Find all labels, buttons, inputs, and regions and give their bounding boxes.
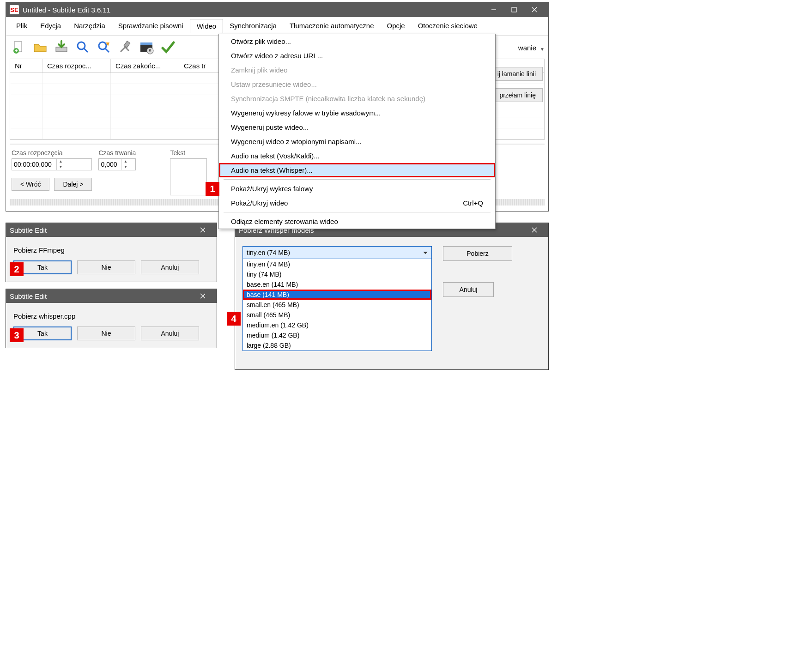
menubar: Plik Edycja Narzędzia Sprawdzanie pisown… — [6, 17, 548, 36]
dialog-title: Subtitle Edit — [10, 292, 47, 300]
menu-item[interactable]: Audio na tekst (Whisper)... — [219, 163, 495, 177]
start-time-label: Czas rozpoczęcia — [12, 149, 92, 157]
tool-open-button[interactable] — [31, 38, 49, 56]
no-button[interactable]: Nie — [77, 326, 135, 340]
text-label: Tekst — [170, 149, 207, 157]
svg-point-9 — [78, 42, 85, 49]
cancel-button[interactable]: Anuluj — [141, 260, 199, 274]
menu-item: Synchronizacja SMPTE (niecałkowita liczb… — [219, 91, 495, 106]
callout-1: 1 — [206, 182, 219, 196]
svg-line-10 — [84, 48, 88, 52]
menu-item[interactable]: Pokaż/Ukryj wykres falowy — [219, 181, 495, 196]
minimize-button[interactable] — [484, 2, 504, 17]
menu-item[interactable]: Wygeneruj wykresy falowe w trybie wsadow… — [219, 106, 495, 120]
cancel-button[interactable]: Anuluj — [141, 326, 199, 340]
menu-item[interactable]: Otwórz wideo z adresu URL... — [219, 48, 495, 63]
menu-plik[interactable]: Plik — [10, 19, 34, 33]
menu-item[interactable]: Audio na tekst (Vosk/Kaldi)... — [219, 149, 495, 163]
close-button[interactable] — [524, 223, 545, 237]
app-icon: SE — [10, 5, 19, 14]
spin-down-icon[interactable]: ▼ — [57, 164, 65, 170]
menu-item[interactable]: Otwórz plik wideo... — [219, 34, 495, 48]
model-combobox[interactable]: tiny.en (74 MB) tiny.en (74 MB)tiny (74 … — [242, 246, 432, 351]
col-end[interactable]: Czas zakońc... — [111, 59, 179, 73]
window-title: Untitled - Subtitle Edit 3.6.11 — [23, 6, 110, 14]
col-dur[interactable]: Czas tr — [179, 59, 221, 73]
combobox-option[interactable]: small.en (465 MB) — [243, 300, 431, 310]
next-button[interactable]: Dalej > — [54, 178, 92, 191]
dropdown-arrow-icon[interactable]: ▼ — [540, 47, 545, 52]
col-nr[interactable]: Nr — [10, 59, 42, 73]
download-button[interactable]: Pobierz — [443, 246, 512, 261]
combobox-option[interactable]: base (141 MB) — [243, 290, 431, 300]
combobox-option[interactable]: tiny.en (74 MB) — [243, 259, 431, 269]
callout-2: 2 — [10, 262, 24, 276]
text-input[interactable] — [170, 158, 207, 195]
main-window: SE Untitled - Subtitle Edit 3.6.11 Plik … — [6, 2, 549, 212]
duration-spinner[interactable]: ▲▼ — [98, 158, 136, 170]
cancel-button[interactable]: Anuluj — [443, 282, 494, 297]
svg-text:5: 5 — [149, 48, 151, 53]
combobox-dropdown: tiny.en (74 MB)tiny (74 MB)base.en (141 … — [242, 259, 432, 351]
unbreak-button[interactable]: przełam linię — [492, 88, 543, 102]
back-button[interactable]: < Wróć — [12, 178, 49, 191]
tool-settings-button[interactable] — [116, 38, 134, 56]
menu-narzedzia[interactable]: Narzędzia — [67, 19, 112, 33]
combobox-option[interactable]: large (2.88 GB) — [243, 340, 431, 351]
video-menu-popup: Otwórz plik wideo...Otwórz wideo z adres… — [218, 34, 496, 229]
callout-3: 3 — [10, 328, 24, 342]
combobox-option[interactable]: medium (1.42 GB) — [243, 330, 431, 340]
close-button[interactable] — [524, 2, 545, 17]
combobox-selected[interactable]: tiny.en (74 MB) — [242, 246, 432, 259]
start-time-spinner[interactable]: ▲▼ — [12, 158, 92, 170]
tool-video-button[interactable]: 5 — [137, 38, 156, 56]
duration-label: Czas trwania — [98, 149, 136, 157]
ffmpeg-dialog: Subtitle Edit Pobierz FFmpeg Tak Nie Anu… — [6, 223, 217, 282]
menu-tlumaczenie[interactable]: Tłumaczenie automatyczne — [283, 19, 381, 33]
menu-edycja[interactable]: Edycja — [34, 19, 67, 33]
close-button[interactable] — [193, 223, 213, 237]
combobox-option[interactable]: base.en (141 MB) — [243, 279, 431, 290]
toolbar-overflow-text: wanie — [518, 44, 536, 52]
dialog-title: Subtitle Edit — [10, 226, 47, 234]
spin-up-icon[interactable]: ▲ — [57, 159, 65, 164]
svg-point-11 — [99, 42, 106, 49]
titlebar: SE Untitled - Subtitle Edit 3.6.11 — [6, 2, 548, 17]
tool-replace-button[interactable] — [95, 38, 113, 56]
combobox-option[interactable]: medium.en (1.42 GB) — [243, 320, 431, 330]
tool-save-button[interactable] — [52, 38, 71, 56]
spin-down-icon[interactable]: ▼ — [121, 164, 129, 170]
dialog-message: Pobierz whisper.cpp — [6, 303, 217, 326]
combobox-option[interactable]: tiny (74 MB) — [243, 269, 431, 279]
col-start[interactable]: Czas rozpoc... — [42, 59, 111, 73]
callout-4: 4 — [227, 312, 241, 326]
duration-input[interactable] — [99, 160, 121, 169]
models-dialog: Pobierz Whisper models tiny.en (74 MB) t… — [235, 223, 549, 370]
tool-spellcheck-button[interactable] — [158, 38, 177, 56]
auto-linebreak-button[interactable]: ij łamanie linii — [491, 67, 543, 81]
menu-item[interactable]: Pokaż/Ukryj wideoCtrl+Q — [219, 196, 495, 210]
combobox-option[interactable]: small (465 MB) — [243, 310, 431, 320]
menu-item[interactable]: Odłącz elementy sterowania wideo — [219, 214, 495, 229]
tool-new-button[interactable] — [10, 38, 28, 56]
whisper-dialog: Subtitle Edit Pobierz whisper.cpp Tak Ni… — [6, 289, 217, 348]
close-button[interactable] — [193, 289, 213, 303]
svg-rect-17 — [140, 42, 152, 45]
menu-otoczenie[interactable]: Otoczenie sieciowe — [412, 19, 484, 33]
no-button[interactable]: Nie — [77, 260, 135, 274]
svg-line-12 — [105, 48, 109, 52]
menu-item: Zamknij plik wideo — [219, 63, 495, 77]
svg-rect-1 — [512, 7, 516, 12]
menu-item[interactable]: Wygeneruj puste wideo... — [219, 120, 495, 134]
menu-sync[interactable]: Synchronizacja — [223, 19, 283, 33]
dialog-message: Pobierz FFmpeg — [6, 237, 217, 260]
maximize-button[interactable] — [504, 2, 524, 17]
menu-item[interactable]: Wygeneruj wideo z wtopionymi napisami... — [219, 134, 495, 149]
start-time-input[interactable] — [12, 160, 56, 169]
menu-wideo[interactable]: Wideo — [190, 19, 224, 33]
spin-up-icon[interactable]: ▲ — [121, 159, 129, 164]
tool-find-button[interactable] — [73, 38, 92, 56]
menu-sprawdzanie[interactable]: Sprawdzanie pisowni — [112, 19, 190, 33]
menu-item: Ustaw przesunięcie wideo... — [219, 77, 495, 91]
menu-opcje[interactable]: Opcje — [381, 19, 412, 33]
